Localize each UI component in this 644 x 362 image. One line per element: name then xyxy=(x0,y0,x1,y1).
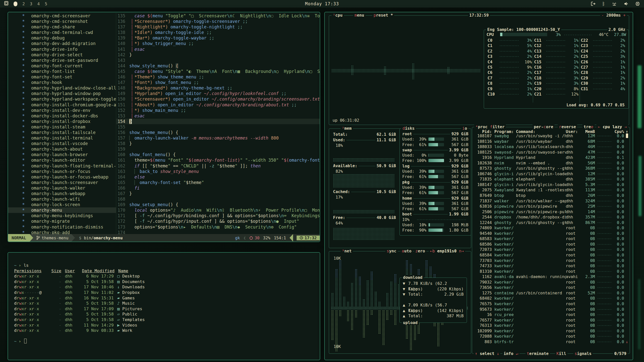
workspace-4[interactable]: 4 xyxy=(37,2,40,6)
code-line[interactable]: 163 ▏ back_to show_style_menu xyxy=(116,169,320,174)
net-zero-toggle[interactable]: zero xyxy=(414,249,426,254)
process-row[interactable]: 68402kworker/root0B0.0 xyxy=(472,296,630,301)
process-row[interactable]: 102099kworker/root0B0.0 xyxy=(472,328,630,334)
process-row[interactable]: 71837walker/usr/bin/walker --gappldhh324… xyxy=(472,198,630,204)
file-item[interactable]: *omarchy-cmd-share xyxy=(8,24,116,30)
process-row[interactable]: 73703kworker/root0B0.0 xyxy=(472,258,630,263)
process-row[interactable]: 73656kworker/root0B0.0 xyxy=(472,285,630,290)
code-line[interactable]: 152 ▏*) show_main_menu ;; xyxy=(116,108,320,113)
code-line[interactable]: 148 ▏*Background*) omarchy-theme-bg-next… xyxy=(116,85,320,91)
code-line[interactable]: 167} xyxy=(116,191,320,196)
code-line[interactable]: 170 local options="♪ Audio\n≋ Wifi\nᛒ Bl… xyxy=(116,207,320,213)
file-item[interactable]: *omarchy-launch-walker xyxy=(8,185,116,191)
proc-sort-selector[interactable]: ← cpu lazy → xyxy=(596,124,628,129)
process-row[interactable]: 74869kworker/root0B0.0 xyxy=(472,225,630,231)
file-item[interactable]: *omarchy-install-vscode xyxy=(8,141,116,146)
preset-button[interactable]: preset * xyxy=(372,13,394,18)
proc-box-label[interactable]: ⁴proc xyxy=(474,124,489,129)
code-line[interactable]: 154} xyxy=(116,119,320,124)
file-item[interactable]: *omarchy-menu-keybindings xyxy=(8,213,116,218)
file-item[interactable]: *omarchy-menu xyxy=(8,207,116,213)
file-item[interactable]: *omarchy-migrate xyxy=(8,218,116,224)
file-item[interactable]: *omarchy-install-dropbox xyxy=(8,119,116,124)
net-sync-toggle[interactable]: sync xyxy=(385,249,398,254)
file-item[interactable]: *omarchy-drive-set-password xyxy=(8,58,116,63)
terminal-window[interactable]: ~›ls PermissionsSizeUserDate ModifiedNam… xyxy=(8,252,320,360)
process-row[interactable]: 95673kworker/root0B0.0 xyxy=(472,307,630,312)
code-line[interactable]: 142} xyxy=(116,52,320,58)
process-row[interactable]: 76313kworker/root0B0.0 xyxy=(472,323,630,328)
process-row[interactable]: 1275containe/usr/bin/containerdroot52M0.… xyxy=(472,290,630,296)
process-row[interactable]: 1162avahi-daavahi-daemon: running [avahi… xyxy=(472,274,630,280)
file-item[interactable]: *omarchy-pkg-add xyxy=(8,230,116,234)
proc-reverse-toggle[interactable]: reverse xyxy=(558,124,577,129)
logout-icon[interactable] xyxy=(591,2,596,6)
code-line[interactable]: 174 xyxy=(116,230,320,234)
code-line[interactable]: 165 ▏ omarchy-font-set "$theme" xyxy=(116,180,320,185)
process-row[interactable]: 108147glycin-i/usr/lib/glycin-loadersdhh… xyxy=(472,182,630,188)
process-row[interactable]: 71835elephantelephantdhh385M0.0 xyxy=(472,176,630,182)
process-row[interactable]: 87573ghostty/usr/bin/ghostty --gtk-dhh36… xyxy=(472,166,630,171)
shell-prompt-line-2[interactable]: ~› xyxy=(14,339,320,344)
net-interface[interactable]: ←b enp191s0 n→ xyxy=(429,249,465,254)
process-row[interactable]: 108125swayosd-/usr/bin/swayosd-serverdhh… xyxy=(472,150,630,155)
io-toggle[interactable]: io xyxy=(461,126,468,131)
code-line[interactable]: 137 ▏*Nightlight*) omarchy-toggle-nightl… xyxy=(116,24,320,30)
code-line[interactable]: 149 ▏*Hyprland*) open_in_editor ~/.confi… xyxy=(116,91,320,96)
workspace-2[interactable]: 2 xyxy=(22,2,25,6)
code-line[interactable]: 158} xyxy=(116,141,320,146)
volume-icon[interactable] xyxy=(624,2,629,6)
process-row[interactable]: 76577kworker/root0B0.0 xyxy=(472,318,630,323)
process-row[interactable]: 102638nvimnvim --embed .dhh56M0.0 xyxy=(472,160,630,166)
code-line[interactable]: 166 fi xyxy=(116,185,320,191)
code-line[interactable]: 173 options="$options\n▸ Defaults\n▤ DNS… xyxy=(116,224,320,230)
code-line[interactable]: 155 xyxy=(116,124,320,130)
code-line[interactable]: 143 xyxy=(116,58,320,63)
code-line[interactable]: 159 xyxy=(116,146,320,152)
update-interval[interactable]: - 2000ms + xyxy=(600,13,627,18)
proc-terminate-hint[interactable]: terminate xyxy=(526,351,550,356)
code-line[interactable]: 164 else xyxy=(116,174,320,180)
file-item[interactable]: *omarchy-launch-about xyxy=(8,146,116,152)
file-item[interactable]: *omarchy-install-chromium-google-a xyxy=(8,102,116,108)
file-item[interactable]: *omarchy-launch-floating-terminal- xyxy=(8,163,116,169)
file-item[interactable]: *omarchy-install-docker-dbs xyxy=(8,113,116,119)
code-line[interactable]: 162 if [[ "$theme" == "CNCLD" || -z "$th… xyxy=(116,163,320,169)
net-box-label[interactable]: ³net xyxy=(341,249,353,254)
code-line[interactable]: 136 ▏*Screensaver*) omarchy-toggle-scree… xyxy=(116,19,320,24)
file-item[interactable]: *omarchy-debug xyxy=(8,35,116,41)
app-launcher-icon[interactable] xyxy=(4,1,9,7)
process-row[interactable]: 87649btopbtopdhh26M0.0 xyxy=(472,193,630,198)
file-item[interactable]: *omarchy-drive-select xyxy=(8,52,116,58)
code-line[interactable]: 156show_theme_menu() { xyxy=(116,130,320,135)
file-item[interactable]: *omarchy-font-set xyxy=(8,74,116,80)
proc-kill-hint[interactable]: Kill xyxy=(555,351,568,356)
process-row[interactable]: 12244ghostty/usr/bin/ghostty --gtk-dhh86… xyxy=(472,220,630,225)
process-row[interactable]: 803btrfs-trroot0B0.0↓ xyxy=(472,339,630,345)
code-line[interactable]: 161 theme=$(menu "Font" "$(omarchy-font-… xyxy=(116,157,320,163)
code-line[interactable]: 147 ▏*Font*) show_font_menu ;; xyxy=(116,80,320,85)
file-item[interactable]: *omarchy-hook xyxy=(8,80,116,85)
code-line[interactable]: 138 ▏*Idle*) omarchy-toggle-idle ;; xyxy=(116,30,320,35)
file-item[interactable]: *omarchy-launch-editor xyxy=(8,157,116,163)
process-row[interactable]: 1916HyprlandHyprlanddhh423M0.1 xyxy=(472,155,630,160)
file-item[interactable]: *omarchy-dev-add-migration xyxy=(8,41,116,46)
network-icon[interactable] xyxy=(612,2,617,6)
code-pane[interactable]: 135 case $(menu "Toggle" "▢ Screensaver\… xyxy=(116,13,320,234)
file-item[interactable]: *omarchy-drive-info xyxy=(8,47,116,52)
process-row[interactable]: 72088kworker/root0B0.0 xyxy=(472,334,630,339)
process-row[interactable]: 81310kworker/root0B0.0 xyxy=(472,269,630,274)
file-item[interactable]: *omarchy-hyprland-window-close-all xyxy=(8,85,116,91)
proc-scrollbar-thumb[interactable] xyxy=(626,133,628,138)
process-row[interactable]: 108116waybar/usr/bin/waybardhh68M0.0 xyxy=(472,139,630,144)
process-row[interactable]: 72073kworker/root0B0.0 xyxy=(472,247,630,252)
code-line[interactable]: 169show_setup_menu() { xyxy=(116,202,320,207)
file-item[interactable]: *omarchy-launch-browser xyxy=(8,152,116,157)
process-row[interactable]: 76575kworker/root0B0.0 xyxy=(472,301,630,307)
file-item[interactable]: *omarchy-hyprland-workspace-toggle xyxy=(8,96,116,102)
code-line[interactable]: 146 ▏*Theme*) show_theme_menu ;; xyxy=(116,74,320,80)
code-line[interactable]: 171 [ -f ~/.config/hypr/bindings.conf ] … xyxy=(116,213,320,218)
code-line[interactable]: 141 ▏esac xyxy=(116,47,320,52)
file-item[interactable]: *omarchy-lock-screen xyxy=(8,202,116,207)
proc-tree-toggle[interactable]: tree xyxy=(582,124,595,129)
